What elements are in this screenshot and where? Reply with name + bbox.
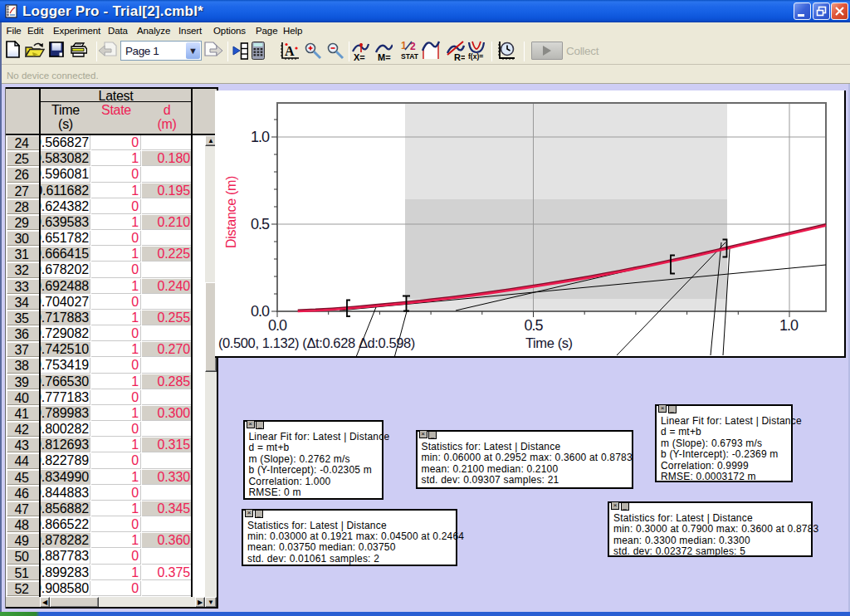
svg-text:2: 2	[410, 41, 416, 52]
svg-text:STAT: STAT	[401, 52, 418, 61]
svg-text:M=: M=	[378, 52, 391, 61]
svg-text:X=: X=	[354, 52, 365, 61]
svg-text:f(x)=: f(x)=	[468, 52, 483, 61]
svg-text:R=: R=	[454, 52, 465, 61]
svg-text:A: A	[285, 44, 295, 58]
